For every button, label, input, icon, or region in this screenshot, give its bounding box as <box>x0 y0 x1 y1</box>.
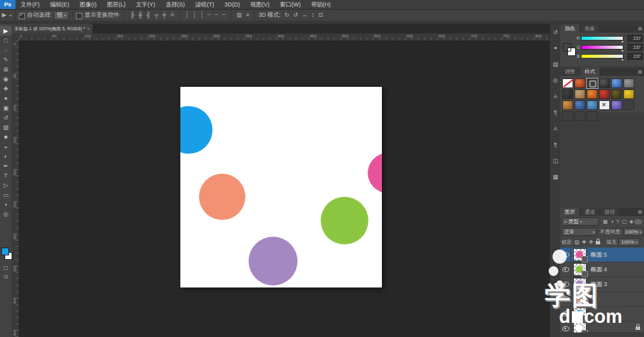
menu-item-5[interactable]: 选择(S) <box>160 0 190 9</box>
channel-slider[interactable]: ▲ <box>581 45 623 50</box>
options-extra-icon-0[interactable]: ▥ <box>234 10 244 21</box>
fill-dropdown[interactable]: 100% ▾ <box>618 238 640 246</box>
align-icon-5[interactable]: ╧ <box>168 10 176 21</box>
history-panel-icon[interactable]: ↺ <box>550 27 561 37</box>
eyedropper-tool-icon[interactable]: ◉ <box>0 74 12 84</box>
tab-color[interactable]: 颜色 <box>560 24 580 33</box>
layer-thumbnail[interactable] <box>573 307 587 320</box>
layer-row-2[interactable]: 椭圆 3 <box>560 277 644 292</box>
align-icon-0[interactable]: ╟ <box>128 10 136 21</box>
style-swatch-18[interactable] <box>562 111 573 121</box>
mode-3d-icon-2[interactable]: ↔ <box>300 10 310 21</box>
layer-filter-switch[interactable] <box>634 219 642 224</box>
opacity-dropdown[interactable]: 100% ▾ <box>623 228 644 236</box>
canvas[interactable] <box>180 87 382 287</box>
layer-row-4[interactable] <box>560 307 644 322</box>
auto-select-dropdown[interactable]: 组 ▾ <box>53 11 69 20</box>
style-swatch-19[interactable] <box>574 111 585 121</box>
tab-close-icon[interactable]: × <box>87 26 90 32</box>
distribute-icon-0[interactable]: ┆ <box>184 10 191 21</box>
menu-item-4[interactable]: 文字(Y) <box>131 0 160 9</box>
style-swatch-5[interactable] <box>623 78 634 88</box>
quick-selection-tool-icon[interactable]: ✎ <box>0 55 12 64</box>
blend-mode-dropdown[interactable]: 正常 ▾ <box>562 228 597 236</box>
move-tool-option-icon[interactable]: ▶ <box>0 10 8 21</box>
mode-3d-icon-0[interactable]: ↻ <box>283 10 292 21</box>
character-panel-icon[interactable]: A <box>550 91 561 102</box>
gradient-tool-icon[interactable]: ■ <box>0 132 12 141</box>
mode-3d-icon-1[interactable]: ↺ <box>291 10 300 21</box>
distribute-icon-1[interactable]: ┆ <box>191 10 198 21</box>
ellipse-purple[interactable] <box>249 237 298 286</box>
align-icon-3[interactable]: ╤ <box>153 10 160 21</box>
type-tool-icon[interactable]: T <box>0 170 12 180</box>
zoom-tool-icon[interactable]: ◎ <box>0 209 12 219</box>
brush-tool-icon[interactable]: ● <box>0 93 12 103</box>
distribute-icon-3[interactable]: ┄ <box>205 10 213 21</box>
menu-item-7[interactable]: 3D(D) <box>220 0 245 9</box>
info-panel-icon[interactable]: ◫ <box>550 156 561 166</box>
lock-icon-0[interactable]: ▨ <box>573 239 581 245</box>
crop-tool-icon[interactable]: ⊞ <box>0 64 12 74</box>
layer-thumbnail[interactable] <box>573 263 587 276</box>
tab-adjustments[interactable]: 调整 <box>560 68 580 76</box>
style-swatch-10[interactable] <box>611 89 622 99</box>
history-brush-tool-icon[interactable]: ↺ <box>0 113 12 122</box>
style-swatch-9[interactable] <box>599 89 610 99</box>
menu-item-9[interactable]: 窗口(W) <box>275 0 307 9</box>
eraser-tool-icon[interactable]: ▨ <box>0 122 12 132</box>
ellipse-blue[interactable] <box>180 106 213 154</box>
layer-filter-icon-1[interactable]: ◑ <box>609 219 615 224</box>
align-icon-4[interactable]: ╪ <box>160 10 168 21</box>
ellipse-green[interactable] <box>321 197 368 244</box>
tab-styles[interactable]: 样式 <box>580 68 600 76</box>
distribute-icon-2[interactable]: ┆ <box>198 10 205 21</box>
layer-thumbnail[interactable] <box>573 248 587 261</box>
ellipse-salmon[interactable] <box>199 174 245 220</box>
channel-slider[interactable]: ▲ <box>581 36 623 41</box>
path-selection-tool-icon[interactable]: ▷ <box>0 180 12 190</box>
channel-value[interactable]: 237 <box>627 44 643 51</box>
layer-filter-icon-4[interactable]: ◈ <box>628 219 634 224</box>
style-swatch-8[interactable] <box>587 89 598 99</box>
lock-icon-2[interactable]: ✥ <box>588 239 595 245</box>
layer-filter-dropdown[interactable]: ⌕ 类型 ▾ <box>562 217 599 226</box>
histogram-panel-icon[interactable]: ▦ <box>550 172 561 182</box>
visibility-toggle[interactable] <box>560 248 571 262</box>
style-swatch-6[interactable] <box>562 89 573 99</box>
layer-filter-icon-3[interactable]: ▢ <box>621 219 629 224</box>
layer-filter-icon-0[interactable]: ▦ <box>601 219 609 224</box>
foreground-color-swatch[interactable] <box>1 248 9 255</box>
marquee-tool-icon[interactable]: □ <box>0 35 12 45</box>
visibility-toggle[interactable] <box>560 262 571 277</box>
channel-value[interactable]: 237 <box>627 35 643 42</box>
menu-item-3[interactable]: 图层(L) <box>102 0 131 9</box>
dodge-tool-icon[interactable]: ◐ <box>0 151 12 161</box>
channel-value[interactable]: 237 <box>627 53 643 60</box>
style-swatch-2[interactable] <box>587 78 598 88</box>
tab-channels[interactable]: 通道 <box>580 208 600 216</box>
hand-tool-icon[interactable]: ◖ <box>0 199 12 209</box>
style-swatch-13[interactable] <box>574 100 585 110</box>
slider-thumb-icon[interactable]: ▲ <box>621 57 624 61</box>
style-swatch-16[interactable] <box>611 100 622 110</box>
menu-item-0[interactable]: 文件(F) <box>15 0 45 9</box>
lock-all-icon[interactable] <box>594 238 601 246</box>
style-swatch-14[interactable] <box>587 100 598 110</box>
style-swatch-11[interactable] <box>623 89 634 99</box>
panel-menu-icon[interactable]: ▤ <box>638 24 644 33</box>
layer-row-1[interactable]: 椭圆 4 <box>560 262 644 277</box>
show-transform-checkbox[interactable] <box>76 13 82 19</box>
layer-thumbnail[interactable] <box>573 278 587 291</box>
brush-panel-icon[interactable]: ▤ <box>550 59 561 69</box>
properties-panel-icon[interactable]: ✦ <box>550 43 561 53</box>
layer-filter-icon-2[interactable]: T <box>615 219 621 224</box>
menu-item-8[interactable]: 视图(V) <box>245 0 275 9</box>
style-swatch-12[interactable] <box>562 100 573 110</box>
align-icon-1[interactable]: ╫ <box>137 10 144 21</box>
style-swatch-20[interactable] <box>587 111 598 121</box>
menu-item-6[interactable]: 滤镜(T) <box>190 0 220 9</box>
paragraph-panel-icon[interactable]: ¶ <box>550 107 561 118</box>
slider-thumb-icon[interactable]: ▲ <box>621 48 624 52</box>
clone-source-panel-icon[interactable]: ◎ <box>550 75 561 86</box>
